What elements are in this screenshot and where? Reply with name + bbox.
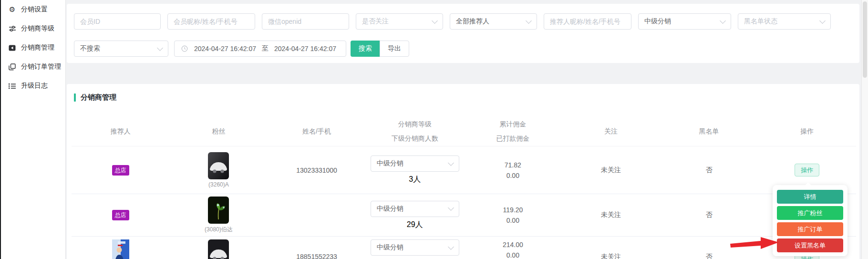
chevron-down-icon — [448, 205, 454, 211]
popup-set-blacklist-button[interactable]: 设置黑名单 — [777, 238, 843, 252]
commission-cell: 71.82 0.00 — [505, 160, 521, 181]
referrer-select-value: 全部推荐人 — [456, 17, 489, 26]
referrer-select[interactable]: 全部推荐人 — [450, 13, 537, 30]
blacklist-cell: 否 — [706, 253, 713, 259]
sidebar-item-distribution-settings[interactable]: ⚙ 分销设置 — [1, 0, 65, 19]
distributor-level-select[interactable]: 中级分销 — [638, 13, 731, 30]
fan-cell: (3080)伯达 — [205, 197, 233, 234]
commission-cell: 214.00 0.00 — [503, 239, 523, 259]
col-header-name-phone: 姓名/手机 — [268, 116, 366, 146]
table-row: 总店 (3260)A 13023331000 — [72, 146, 856, 194]
referrer-avatar — [112, 256, 129, 259]
distribution-admin-screen: ⚙ 分销设置 分销商等级 分销商管理 分销订 — [0, 0, 868, 259]
table-header-row: 推荐人 粉丝 姓名/手机 分销商等级下级分销商人数 累计佣金已打款佣金 关注 黑… — [72, 116, 856, 146]
fan-caption: (3260)A — [208, 181, 229, 188]
list-icon — [8, 82, 16, 90]
gear-icon: ⚙ — [8, 6, 16, 14]
level-cell: 中级分销 — [371, 239, 459, 259]
referrer-info-input[interactable] — [544, 13, 631, 30]
level-cell: 中级分销 29人 — [371, 201, 459, 230]
fan-caption: (3080)伯达 — [205, 226, 233, 234]
sidebar-item-distributor-levels[interactable]: 分销商等级 — [1, 19, 65, 38]
popup-promote-orders-button[interactable]: 推广订单 — [777, 222, 843, 236]
referrer-cell: 总店 — [112, 165, 129, 176]
fan-photo-car — [208, 239, 229, 259]
window-left-edge — [0, 0, 1, 259]
member-nickname-input[interactable] — [167, 13, 255, 30]
commission-paid: 0.00 — [505, 170, 521, 181]
commission-paid: 0.00 — [503, 250, 523, 259]
popup-detail-button[interactable]: 详情 — [777, 190, 843, 204]
col-header-blacklist: 黑名单 — [660, 116, 758, 146]
row-level-select[interactable]: 中级分销 — [371, 239, 459, 256]
commission-total: 71.82 — [505, 160, 521, 170]
referrer-badge: 总店 — [112, 165, 129, 176]
sliders-icon — [8, 25, 16, 33]
distributor-management-panel: 分销商管理 推荐人 粉丝 姓名/手机 分销商等级下级分销商人数 累计佣金已打款佣… — [67, 84, 859, 259]
referrer-cell: 总店 — [112, 210, 129, 220]
date-range-end: 2024-04-27 16:42:07 — [274, 45, 336, 52]
blacklist-cell: 否 — [706, 211, 713, 219]
follow-status-select[interactable]: 是否关注 — [356, 13, 443, 30]
distributor-level-value: 中级分销 — [644, 17, 671, 26]
fan-photo-car — [208, 152, 229, 179]
col-header-level: 分销商等级下级分销商人数 — [366, 116, 464, 146]
col-header-action: 操作 — [758, 116, 856, 146]
commission-paid: 0.00 — [503, 215, 523, 226]
search-mode-select[interactable]: 不搜索 — [74, 41, 168, 57]
commission-total: 119.20 — [503, 205, 523, 215]
member-id-input[interactable] — [74, 13, 161, 30]
chevron-down-icon — [448, 244, 454, 250]
follow-cell: 未关注 — [601, 211, 621, 219]
date-range-picker[interactable]: 2024-04-27 16:42:07 至 2024-04-27 16:42:0… — [174, 41, 346, 57]
phone-cell: 18851552233 — [296, 253, 337, 259]
row-action-button[interactable]: 操作 — [795, 164, 819, 176]
action-cell: 操作 — [795, 164, 819, 176]
sidebar: ⚙ 分销设置 分销商等级 分销商管理 分销订 — [1, 0, 66, 259]
col-header-follow: 关注 — [562, 116, 660, 146]
sidebar-item-distribution-orders[interactable]: 分销订单管理 — [1, 57, 65, 76]
col-header-fans: 粉丝 — [170, 116, 268, 146]
distributor-table: 推荐人 粉丝 姓名/手机 分销商等级下级分销商人数 累计佣金已打款佣金 关注 黑… — [72, 116, 856, 259]
section-title: 分销商管理 — [74, 93, 859, 102]
blacklist-status-placeholder: 黑名单状态 — [744, 17, 777, 26]
chevron-down-icon — [526, 18, 532, 24]
phone-cell: 13023331000 — [296, 166, 337, 174]
level-cell: 中级分销 3人 — [371, 155, 459, 185]
popup-promote-fans-button[interactable]: 推广粉丝 — [777, 206, 843, 220]
sidebar-item-upgrade-log[interactable]: 升级日志 — [1, 76, 65, 95]
table-row: 总店 (3080)伯达 — [72, 194, 856, 237]
blacklist-status-select[interactable]: 黑名单状态 — [738, 13, 831, 30]
date-range-separator: 至 — [262, 44, 269, 53]
col-header-referrer: 推荐人 — [72, 116, 170, 146]
sidebar-item-label: 升级日志 — [21, 82, 48, 90]
sub-distributor-count: 3人 — [409, 175, 421, 185]
fan-photo-plant — [208, 197, 229, 224]
row-level-select[interactable]: 中级分销 — [371, 155, 459, 172]
fan-cell: (3260)A — [208, 152, 229, 188]
commission-cell: 119.20 0.00 — [503, 205, 523, 226]
video-icon — [8, 44, 16, 52]
follow-status-placeholder: 是否关注 — [362, 17, 389, 26]
chevron-down-icon — [448, 160, 454, 166]
action-popup-menu: 详情 推广粉丝 推广订单 设置黑名单 — [773, 185, 847, 256]
commission-total: 214.00 — [503, 239, 523, 250]
clock-icon — [180, 45, 188, 53]
export-button[interactable]: 导出 — [380, 41, 409, 57]
referrer-badge: 总店 — [112, 210, 129, 220]
sidebar-item-label: 分销商管理 — [21, 43, 54, 52]
scrollbar-thumb[interactable] — [863, 1, 867, 78]
sub-distributor-count: 29人 — [407, 220, 423, 230]
row-level-select[interactable]: 中级分销 — [371, 201, 459, 217]
page-title: 分销商管理 — [81, 93, 116, 102]
wechat-openid-input[interactable] — [262, 13, 349, 30]
sidebar-item-label: 分销设置 — [21, 5, 48, 14]
search-button[interactable]: 搜索 — [351, 41, 380, 57]
date-range-start: 2024-04-27 16:42:07 — [194, 45, 256, 52]
sidebar-item-label: 分销订单管理 — [21, 62, 61, 71]
follow-cell: 未关注 — [601, 253, 621, 259]
follow-cell: 未关注 — [601, 166, 621, 175]
title-accent-bar — [74, 93, 76, 102]
table-row: 18851552233 中级分销 214.00 0.00 未关注 否 操作 — [72, 237, 856, 259]
sidebar-item-distributor-management[interactable]: 分销商管理 — [1, 38, 65, 57]
